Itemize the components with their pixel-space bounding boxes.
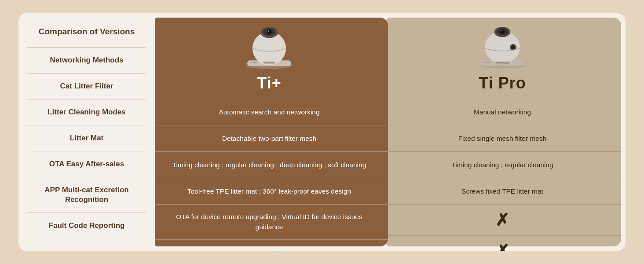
tiplus-rows: Automatic search and networking Detachab…: [150, 99, 388, 251]
tipro-row-1: Fixed single mesh filter mesh: [384, 125, 621, 152]
sidebar-item-2: Cat Litter Filter: [27, 73, 146, 99]
col-tiplus: Ti+ Automatic search and networking Deta…: [150, 18, 388, 246]
svg-point-20: [512, 46, 514, 48]
tipro-product-image: [474, 26, 531, 70]
tipro-row-3: Screws fixed TPE litter mat: [384, 178, 621, 205]
columns-wrapper: Ti+ Automatic search and networking Deta…: [155, 13, 626, 251]
svg-rect-22: [484, 62, 491, 63]
tiplus-title: Ti+: [257, 74, 281, 92]
svg-point-7: [268, 31, 269, 32]
tipro-header: Ti Pro: [384, 18, 621, 97]
comparison-container: Comparison of Versions Networking Method…: [18, 13, 626, 251]
tiplus-row-3: Tool-free TPE litter mat ; 360° leak-pro…: [150, 178, 388, 205]
tipro-header-divider: [395, 98, 609, 98]
tiplus-header-divider: [162, 98, 376, 98]
tipro-rows: Manual networking Fixed single mesh filt…: [384, 99, 621, 251]
svg-rect-9: [250, 62, 257, 63]
tiplus-check-0: ✓: [262, 247, 277, 251]
sidebar-item-6: APP Multi-cat Excretion Recognition: [27, 177, 146, 213]
tiplus-header: Ti+: [150, 18, 388, 97]
svg-rect-8: [263, 62, 275, 64]
tipro-row-0: Manual networking: [384, 99, 621, 125]
sidebar-item-3: Litter Cleaning Modes: [27, 99, 146, 125]
col-tipro: Ti Pro Manual networking Fixed single me…: [384, 18, 621, 246]
tiplus-row-5: ✓: [150, 240, 388, 251]
tiplus-row-4: OTA for device remote upgrading ; Virtua…: [150, 205, 388, 240]
svg-rect-21: [496, 62, 509, 64]
tipro-title: Ti Pro: [479, 74, 526, 92]
sidebar-item-1: Networking Methods: [27, 48, 146, 73]
sidebar-item-4: Litter Mat: [27, 125, 146, 151]
sidebar-item-5: OTA Easy After-sales: [27, 151, 146, 177]
sidebar: Comparison of Versions Networking Method…: [18, 13, 155, 251]
tiplus-product-image: [241, 26, 298, 70]
tipro-x-0: ✗: [495, 212, 509, 228]
tipro-row-2: Timing cleaning ; regular cleaning: [384, 152, 621, 178]
tiplus-row-1: Detachable two-part filter mesh: [150, 125, 388, 152]
tiplus-row-0: Automatic search and networking: [150, 99, 388, 125]
svg-point-17: [501, 30, 502, 31]
tipro-x-1: ✗: [495, 243, 509, 251]
tiplus-row-2: Timing cleaning ; regular cleaning ; dee…: [150, 152, 388, 178]
tipro-row-4: ✗: [384, 205, 621, 236]
sidebar-item-0: Comparison of Versions: [27, 13, 146, 48]
tipro-row-5: ✗: [384, 236, 621, 251]
sidebar-item-7: Fault Code Reporting: [27, 213, 146, 238]
